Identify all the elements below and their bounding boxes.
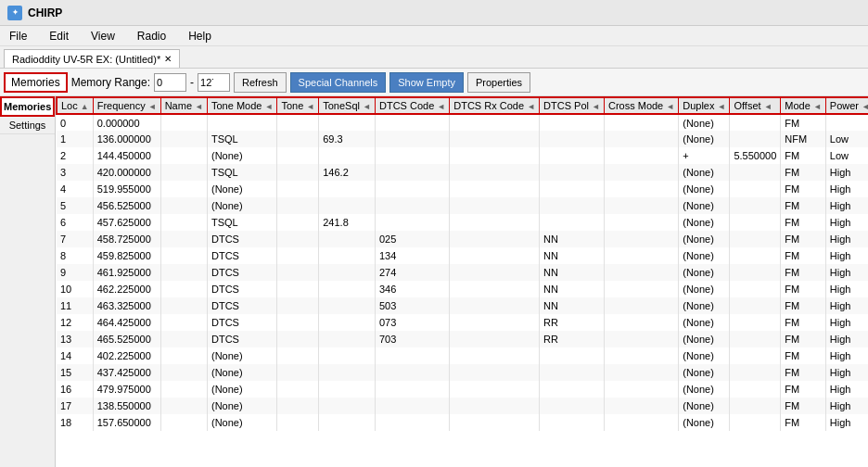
cell-mode: FM [781, 297, 826, 314]
table-row[interactable]: 6457.625000TSQL241.8(None)FMHigh [57, 214, 868, 231]
cell-toneMode: DTCS [208, 331, 277, 347]
table-row[interactable]: 2144.450000(None)+5.550000FMLowS [57, 147, 868, 164]
cell-name [160, 314, 207, 331]
cell-mode: FM [781, 164, 826, 181]
col-header-tone[interactable]: Tone ◄ [277, 97, 319, 114]
col-header-dtcs-rx-code[interactable]: DTCS Rx Code ◄ [450, 97, 540, 114]
cell-loc: 8 [57, 247, 93, 264]
cell-tonesql [319, 181, 376, 197]
table-row[interactable]: 8459.825000DTCS134NN(None)FMHigh [57, 247, 868, 264]
cell-mode: FM [781, 281, 826, 297]
table-row[interactable]: 7458.725000DTCS025NN(None)FMHigh [57, 231, 868, 247]
table-body: 00.000000(None)FM1136.000000TSQL69.3(Non… [57, 114, 868, 431]
cell-crossMode [604, 131, 678, 147]
range-start-input[interactable] [154, 73, 186, 92]
cell-dtcsPol: NN [540, 297, 605, 314]
table-row[interactable]: 13465.525000DTCS703RR(None)FMHigh [57, 331, 868, 347]
table-row[interactable]: 4519.955000(None)(None)FMHigh [57, 181, 868, 197]
cell-tonesql [319, 247, 376, 264]
menu-view[interactable]: View [85, 28, 121, 44]
table-row[interactable]: 5456.525000(None)(None)FMHigh [57, 197, 868, 214]
cell-dtcsPol [540, 214, 605, 231]
cell-power: High [825, 398, 868, 414]
cell-dtcsRxCode [450, 381, 540, 398]
table-row[interactable]: 11463.325000DTCS503NN(None)FMHigh [57, 297, 868, 314]
cell-tone [277, 414, 319, 431]
toolbar: Memories Memory Range: - Refresh Special… [0, 69, 868, 96]
cell-dtcsPol [540, 164, 605, 181]
menu-radio[interactable]: Radio [132, 28, 172, 44]
table-row[interactable]: 3420.000000TSQL146.2(None)FMHigh [57, 164, 868, 181]
cell-loc: 4 [57, 181, 93, 197]
table-row[interactable]: 17138.550000(None)(None)FMHigh [57, 398, 868, 414]
app-title: CHIRP [28, 6, 62, 19]
cell-duplex: (None) [679, 214, 730, 231]
cell-dtcsCode [375, 398, 449, 414]
cell-dtcsCode: 274 [375, 264, 449, 281]
table-row[interactable]: 12464.425000DTCS073RR(None)FMHigh [57, 314, 868, 331]
col-header-tone-mode[interactable]: Tone Mode ◄ [208, 97, 277, 114]
cell-mode: FM [781, 414, 826, 431]
cell-dtcsCode [375, 364, 449, 381]
cell-dtcsCode: 703 [375, 331, 449, 347]
cell-loc: 12 [57, 314, 93, 331]
cell-dtcsPol: NN [540, 231, 605, 247]
cell-loc: 0 [57, 114, 93, 131]
cell-tonesql: 69.3 [319, 131, 376, 147]
col-header-duplex[interactable]: Duplex ◄ [679, 97, 730, 114]
col-header-power[interactable]: Power ◄ [825, 97, 868, 114]
table-row[interactable]: 00.000000(None)FM [57, 114, 868, 131]
col-header-mode[interactable]: Mode ◄ [781, 97, 826, 114]
menu-edit[interactable]: Edit [44, 28, 74, 44]
col-header-cross-mode[interactable]: Cross Mode ◄ [604, 97, 678, 114]
table-row[interactable]: 15437.425000(None)(None)FMHigh [57, 364, 868, 381]
col-header-dtcs-code[interactable]: DTCS Code ◄ [375, 97, 449, 114]
table-row[interactable]: 16479.975000(None)(None)FMHigh [57, 381, 868, 398]
cell-offset [730, 364, 781, 381]
cell-tone [277, 231, 319, 247]
col-header-frequency[interactable]: Frequency ◄ [93, 97, 160, 114]
cell-crossMode [604, 197, 678, 214]
special-channels-button[interactable]: Special Channels [290, 72, 387, 93]
col-header-name[interactable]: Name ◄ [160, 97, 207, 114]
table-row[interactable]: 9461.925000DTCS274NN(None)FMHigh [57, 264, 868, 281]
col-header-offset[interactable]: Offset ◄ [730, 97, 781, 114]
cell-frequency: 479.975000 [93, 381, 160, 398]
cell-loc: 13 [57, 331, 93, 347]
menu-help[interactable]: Help [183, 28, 217, 44]
memories-tab[interactable]: Memories [0, 96, 55, 117]
col-header-tonesql[interactable]: ToneSql ◄ [319, 97, 376, 114]
table-row[interactable]: 1136.000000TSQL69.3(None)NFMLow [57, 131, 868, 147]
document-tab[interactable]: Radioddity UV-5R EX: (Untitled)* ✕ [4, 49, 180, 68]
cell-dtcsCode: 073 [375, 314, 449, 331]
app-icon: ✦ [7, 6, 22, 20]
table-row[interactable]: 10462.225000DTCS346NN(None)FMHigh [57, 281, 868, 297]
table-row[interactable]: 18157.650000(None)(None)FMHigh [57, 414, 868, 431]
cell-mode: FM [781, 331, 826, 347]
tab-close-button[interactable]: ✕ [164, 54, 172, 64]
range-end-input[interactable] [198, 73, 230, 92]
refresh-button[interactable]: Refresh [234, 72, 287, 93]
cell-dtcsPol [540, 414, 605, 431]
col-header-loc[interactable]: Loc ▲ [57, 97, 93, 114]
cell-dtcsRxCode [450, 347, 540, 364]
col-header-dtcs-pol[interactable]: DTCS Pol ◄ [540, 97, 605, 114]
show-empty-button[interactable]: Show Empty [389, 72, 464, 93]
table-container[interactable]: Loc ▲ Frequency ◄ Name ◄ Tone Mode ◄ Ton… [56, 96, 868, 467]
cell-power: High [825, 297, 868, 314]
cell-name [160, 398, 207, 414]
cell-dtcsRxCode [450, 398, 540, 414]
cell-loc: 16 [57, 381, 93, 398]
cell-loc: 9 [57, 264, 93, 281]
cell-offset [730, 331, 781, 347]
properties-button[interactable]: Properties [467, 72, 530, 93]
cell-dtcsPol [540, 197, 605, 214]
cell-loc: 3 [57, 164, 93, 181]
cell-crossMode [604, 181, 678, 197]
menu-file[interactable]: File [4, 28, 32, 44]
table-row[interactable]: 14402.225000(None)(None)FMHigh [57, 347, 868, 364]
cell-tone [277, 281, 319, 297]
cell-duplex: (None) [679, 414, 730, 431]
cell-dtcsPol: RR [540, 314, 605, 331]
settings-tab[interactable]: Settings [0, 117, 55, 134]
